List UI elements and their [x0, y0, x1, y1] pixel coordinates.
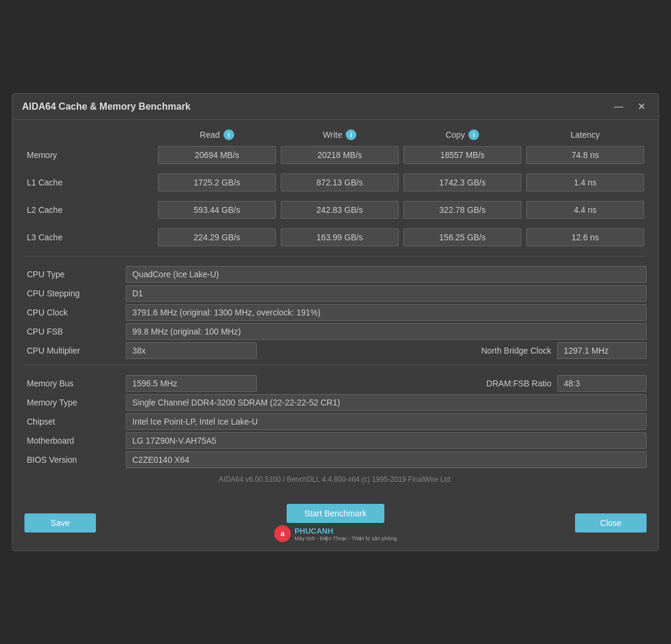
memory-type-row: Memory Type Single Channel DDR4-3200 SDR… — [24, 394, 647, 411]
chipset-value: Intel Ice Point-LP, Intel Ice Lake-U — [126, 413, 647, 430]
row-latency-0: 74.8 ns — [526, 146, 644, 164]
dram-fsb-label: DRAM:FSB Ratio — [438, 379, 557, 388]
title-bar: AIDA64 Cache & Memory Benchmark — ✕ — [13, 94, 658, 120]
content-area: Read i Write i Copy i Latency Memory 206… — [13, 120, 658, 498]
row-label-1: L1 Cache — [24, 178, 156, 187]
cpu-multiplier-row: CPU Multiplier 38x North Bridge Clock 12… — [24, 342, 647, 359]
cpu-info-section: CPU Type QuadCore (Ice Lake-U) CPU Stepp… — [24, 266, 647, 359]
bench-row-1: L1 Cache 1725.2 GB/s 872.13 GB/s 1742.3 … — [24, 174, 647, 191]
row-copy-3: 156.25 GB/s — [403, 228, 521, 246]
cpu-type-value: QuadCore (Ice Lake-U) — [126, 266, 647, 283]
motherboard-label: Motherboard — [24, 436, 126, 445]
chipset-label: Chipset — [24, 417, 126, 426]
cpu-multiplier-label: CPU Multiplier — [24, 346, 126, 355]
bios-version-row: BIOS Version C2ZE0140 X64 — [24, 451, 647, 468]
copy-column-header: Copy i — [401, 129, 524, 140]
cpu-stepping-row: CPU Stepping D1 — [24, 285, 647, 302]
memory-info-section: Memory Bus 1596.5 MHz DRAM:FSB Ratio 48:… — [24, 375, 647, 468]
footer-text: AIDA64 v6.00.5100 / BenchDLL 4.4.800-x64… — [24, 475, 647, 484]
north-bridge-label: North Bridge Clock — [438, 346, 557, 355]
memory-bus-label: Memory Bus — [24, 379, 126, 388]
memory-bus-row: Memory Bus 1596.5 MHz DRAM:FSB Ratio 48:… — [24, 375, 647, 392]
chipset-row: Chipset Intel Ice Point-LP, Intel Ice La… — [24, 413, 647, 430]
brand-sub: Máy tính - Điện Thoại - Thiết bị sân phò… — [294, 535, 397, 541]
row-latency-2: 4.4 ns — [526, 201, 644, 219]
memory-bus-value: 1596.5 MHz — [126, 375, 257, 392]
cpu-fsb-row: CPU FSB 99.8 MHz (original: 100 MHz) — [24, 323, 647, 340]
close-button-bottom[interactable]: Close — [575, 513, 647, 532]
cpu-clock-label: CPU Clock — [24, 308, 126, 317]
minimize-button[interactable]: — — [610, 100, 627, 113]
row-write-2: 242.83 GB/s — [281, 201, 399, 219]
bios-value: C2ZE0140 X64 — [126, 451, 647, 468]
cpu-multiplier-value: 38x — [126, 342, 257, 359]
row-write-3: 163.99 GB/s — [281, 228, 399, 246]
bench-row-2: L2 Cache 593.44 GB/s 242.83 GB/s 322.78 … — [24, 201, 647, 219]
bottom-bar: Save Start Benchmark a PHUCANH Máy tính … — [13, 498, 658, 550]
row-latency-3: 12.6 ns — [526, 228, 644, 246]
start-benchmark-button[interactable]: Start Benchmark — [287, 504, 384, 523]
cpu-type-row: CPU Type QuadCore (Ice Lake-U) — [24, 266, 647, 283]
read-info-icon[interactable]: i — [223, 129, 234, 140]
row-read-0: 20694 MB/s — [158, 146, 276, 164]
window-title: AIDA64 Cache & Memory Benchmark — [22, 101, 191, 112]
brand-logo: a PHUCANH Máy tính - Điện Thoại - Thiết … — [274, 525, 397, 542]
motherboard-value: LG 17Z90N-V.AH75A5 — [126, 432, 647, 449]
write-info-icon[interactable]: i — [346, 129, 356, 140]
copy-info-icon[interactable]: i — [468, 129, 479, 140]
row-label-3: L3 Cache — [24, 233, 156, 242]
cpu-stepping-label: CPU Stepping — [24, 289, 126, 298]
save-button[interactable]: Save — [24, 513, 96, 532]
brand-icon: a — [274, 525, 291, 542]
row-write-1: 872.13 GB/s — [281, 174, 399, 191]
row-write-0: 20218 MB/s — [281, 146, 399, 164]
window-controls: — ✕ — [610, 100, 649, 113]
row-copy-1: 1742.3 GB/s — [403, 174, 521, 191]
cpu-clock-value: 3791.6 MHz (original: 1300 MHz, overcloc… — [126, 304, 647, 321]
center-section: Start Benchmark a PHUCANH Máy tính - Điệ… — [274, 504, 397, 542]
bench-header: Read i Write i Copy i Latency — [24, 129, 647, 140]
latency-column-header: Latency — [524, 130, 647, 140]
bench-row-0: Memory 20694 MB/s 20218 MB/s 18557 MB/s … — [24, 146, 647, 164]
north-bridge-value: 1297.1 MHz — [557, 342, 647, 359]
cpu-type-label: CPU Type — [24, 270, 126, 279]
bench-row-3: L3 Cache 224.29 GB/s 163.99 GB/s 156.25 … — [24, 228, 647, 246]
bios-label: BIOS Version — [24, 455, 126, 465]
cpu-fsb-label: CPU FSB — [24, 327, 126, 336]
row-read-1: 1725.2 GB/s — [158, 174, 276, 191]
cpu-fsb-value: 99.8 MHz (original: 100 MHz) — [126, 323, 647, 340]
row-copy-2: 322.78 GB/s — [403, 201, 521, 219]
cpu-stepping-value: D1 — [126, 285, 647, 302]
row-label-0: Memory — [24, 150, 156, 160]
row-read-2: 593.44 GB/s — [158, 201, 276, 219]
write-column-header: Write i — [278, 129, 401, 140]
cpu-clock-row: CPU Clock 3791.6 MHz (original: 1300 MHz… — [24, 304, 647, 321]
dram-fsb-value: 48:3 — [557, 375, 647, 392]
motherboard-row: Motherboard LG 17Z90N-V.AH75A5 — [24, 432, 647, 449]
row-label-2: L2 Cache — [24, 205, 156, 215]
benchmark-rows: Memory 20694 MB/s 20218 MB/s 18557 MB/s … — [24, 146, 647, 246]
brand-name: PHUCANH — [294, 527, 397, 535]
row-copy-0: 18557 MB/s — [403, 146, 521, 164]
read-column-header: Read i — [156, 129, 278, 140]
row-latency-1: 1.4 ns — [526, 174, 644, 191]
row-read-3: 224.29 GB/s — [158, 228, 276, 246]
memory-type-label: Memory Type — [24, 398, 126, 407]
memory-type-value: Single Channel DDR4-3200 SDRAM (22-22-22… — [126, 394, 647, 411]
main-window: AIDA64 Cache & Memory Benchmark — ✕ Read… — [12, 93, 659, 551]
close-button[interactable]: ✕ — [634, 100, 649, 113]
